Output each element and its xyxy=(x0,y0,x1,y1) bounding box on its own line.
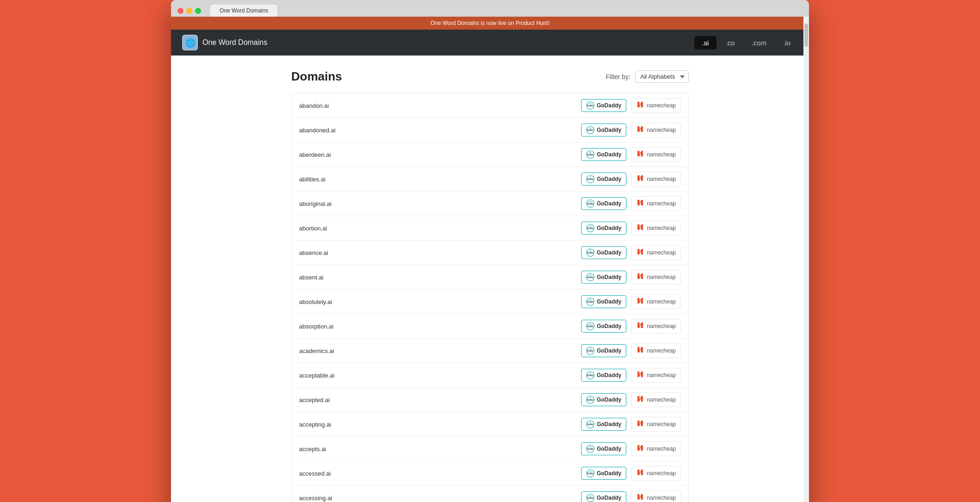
godaddy-button[interactable]: Go Daddy GoDaddy xyxy=(581,393,626,406)
nav-link-io[interactable]: .io xyxy=(776,36,798,50)
namecheap-label: namecheap xyxy=(647,274,676,280)
godaddy-button[interactable]: Go Daddy GoDaddy xyxy=(581,320,626,333)
namecheap-button[interactable]: namecheap xyxy=(631,245,681,260)
godaddy-label: GoDaddy xyxy=(597,102,621,109)
godaddy-label: GoDaddy xyxy=(597,397,621,403)
godaddy-label: GoDaddy xyxy=(597,151,621,158)
godaddy-button[interactable]: Go Daddy GoDaddy xyxy=(581,344,626,357)
domain-row: absolutely.ai Go Daddy GoDaddy namecheap xyxy=(292,290,688,314)
godaddy-button[interactable]: Go Daddy GoDaddy xyxy=(581,173,626,186)
domain-actions: Go Daddy GoDaddy namecheap xyxy=(581,270,681,285)
namecheap-icon xyxy=(636,248,644,258)
godaddy-label: GoDaddy xyxy=(597,274,621,280)
godaddy-label: GoDaddy xyxy=(597,446,621,452)
page-title: Domains xyxy=(291,69,342,84)
godaddy-button[interactable]: Go Daddy GoDaddy xyxy=(581,197,626,210)
domain-actions: Go Daddy GoDaddy namecheap xyxy=(581,490,681,502)
site-name: One Word Domains xyxy=(202,38,267,47)
namecheap-icon xyxy=(636,174,644,184)
namecheap-button[interactable]: namecheap xyxy=(631,466,681,481)
godaddy-label: GoDaddy xyxy=(597,372,621,378)
godaddy-button[interactable]: Go Daddy GoDaddy xyxy=(581,442,626,455)
domain-row: accepts.ai Go Daddy GoDaddy namecheap xyxy=(292,437,688,461)
domain-actions: Go Daddy GoDaddy namecheap xyxy=(581,319,681,334)
svg-text:Daddy: Daddy xyxy=(587,129,594,131)
namecheap-button[interactable]: namecheap xyxy=(631,172,681,186)
domain-name: absent.ai xyxy=(299,274,324,281)
nav-link-ai[interactable]: .ai xyxy=(694,36,717,50)
godaddy-label: GoDaddy xyxy=(597,298,621,305)
svg-text:Daddy: Daddy xyxy=(587,423,594,426)
traffic-lights xyxy=(178,8,201,14)
namecheap-button[interactable]: namecheap xyxy=(631,196,681,211)
domain-name: acceptable.ai xyxy=(299,372,335,379)
namecheap-label: namecheap xyxy=(647,249,676,256)
filter-select[interactable]: All Alphabets A B C D E xyxy=(635,70,689,83)
domain-actions: Go Daddy GoDaddy namecheap xyxy=(581,172,681,186)
namecheap-button[interactable]: namecheap xyxy=(631,123,681,137)
domain-actions: Go Daddy GoDaddy namecheap xyxy=(581,245,681,260)
svg-text:Daddy: Daddy xyxy=(587,178,594,180)
godaddy-button[interactable]: Go Daddy GoDaddy xyxy=(581,467,626,480)
domain-row: accessing.ai Go Daddy GoDaddy namecheap xyxy=(292,486,688,502)
minimize-button[interactable] xyxy=(186,8,192,14)
domain-actions: Go Daddy GoDaddy namecheap xyxy=(581,368,681,383)
namecheap-button[interactable]: namecheap xyxy=(631,221,681,236)
domain-actions: Go Daddy GoDaddy namecheap xyxy=(581,98,681,113)
namecheap-icon xyxy=(636,125,644,135)
namecheap-button[interactable]: namecheap xyxy=(631,147,681,162)
namecheap-icon xyxy=(636,493,644,502)
svg-text:Daddy: Daddy xyxy=(587,252,594,254)
domain-row: abandon.ai Go Daddy GoDaddy namecheap xyxy=(292,93,688,118)
browser-window: One Word Domains One Word Domains is now… xyxy=(171,0,809,502)
domain-name: academics.ai xyxy=(299,347,334,354)
nav-link-com[interactable]: .com xyxy=(744,36,774,50)
godaddy-button[interactable]: Go Daddy GoDaddy xyxy=(581,246,626,259)
namecheap-button[interactable]: namecheap xyxy=(631,294,681,309)
domain-name: absolutely.ai xyxy=(299,298,332,305)
godaddy-button[interactable]: Go Daddy GoDaddy xyxy=(581,124,626,136)
domain-name: absorption.ai xyxy=(299,323,333,330)
namecheap-label: namecheap xyxy=(647,421,676,428)
maximize-button[interactable] xyxy=(195,8,201,14)
browser-content: One Word Domains is now live on Product … xyxy=(171,17,809,502)
namecheap-icon xyxy=(636,100,644,111)
namecheap-button[interactable]: namecheap xyxy=(631,319,681,334)
namecheap-button[interactable]: namecheap xyxy=(631,417,681,432)
close-button[interactable] xyxy=(178,8,184,14)
nav-logo: 🌐 One Word Domains xyxy=(182,35,694,50)
scrollbar-thumb[interactable] xyxy=(804,24,808,47)
godaddy-label: GoDaddy xyxy=(597,176,621,182)
namecheap-button[interactable]: namecheap xyxy=(631,98,681,113)
namecheap-icon xyxy=(636,468,644,478)
domain-name: aboriginal.ai xyxy=(299,200,331,207)
godaddy-label: GoDaddy xyxy=(597,249,621,256)
domain-actions: Go Daddy GoDaddy namecheap xyxy=(581,221,681,236)
godaddy-button[interactable]: Go Daddy GoDaddy xyxy=(581,369,626,382)
godaddy-button[interactable]: Go Daddy GoDaddy xyxy=(581,99,626,112)
godaddy-button[interactable]: Go Daddy GoDaddy xyxy=(581,222,626,235)
godaddy-button[interactable]: Go Daddy GoDaddy xyxy=(581,271,626,284)
namecheap-label: namecheap xyxy=(647,470,676,477)
domain-row: aberdeen.ai Go Daddy GoDaddy namecheap xyxy=(292,143,688,167)
namecheap-label: namecheap xyxy=(647,397,676,403)
namecheap-icon xyxy=(636,321,644,331)
namecheap-button[interactable]: namecheap xyxy=(631,368,681,383)
namecheap-button[interactable]: namecheap xyxy=(631,392,681,407)
nav-link-co[interactable]: .co xyxy=(718,36,742,50)
godaddy-button[interactable]: Go Daddy GoDaddy xyxy=(581,295,626,308)
namecheap-label: namecheap xyxy=(647,200,676,207)
godaddy-button[interactable]: Go Daddy GoDaddy xyxy=(581,491,626,502)
svg-text:Daddy: Daddy xyxy=(587,472,594,475)
namecheap-button[interactable]: namecheap xyxy=(631,270,681,285)
namecheap-icon xyxy=(636,395,644,405)
scrollbar-track[interactable] xyxy=(803,17,809,502)
namecheap-button[interactable]: namecheap xyxy=(631,441,681,456)
filter-label: Filter by: xyxy=(606,73,631,81)
tab-bar: One Word Domains xyxy=(206,5,802,17)
godaddy-button[interactable]: Go Daddy GoDaddy xyxy=(581,148,626,161)
namecheap-button[interactable]: namecheap xyxy=(631,343,681,358)
godaddy-button[interactable]: Go Daddy GoDaddy xyxy=(581,418,626,431)
namecheap-button[interactable]: namecheap xyxy=(631,490,681,502)
active-tab[interactable]: One Word Domains xyxy=(210,5,277,17)
